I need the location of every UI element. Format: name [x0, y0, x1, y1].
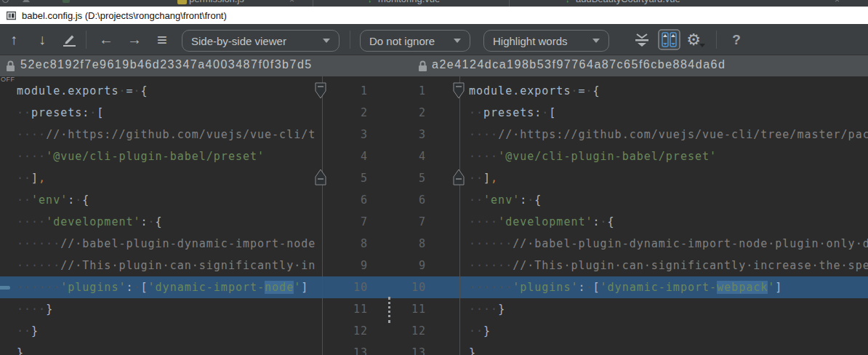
code-segment: [ [141, 281, 148, 294]
code-line[interactable]: ····'@vue/cli-plugin-babel/preset' [460, 145, 868, 167]
toolbar-separator [716, 31, 717, 49]
code-segment: 'env' [483, 194, 520, 207]
code-line[interactable]: ····'development':·{ [460, 211, 868, 233]
chevron-down-icon [592, 39, 600, 43]
code-segment: · [600, 215, 608, 228]
next-change-button[interactable]: ↓ [33, 24, 52, 55]
left-code-pane[interactable]: module.exports·=·{··presets:·[····//·htt… [0, 76, 322, 355]
window-title-bar: babel.config.js (D:\projects\rongchang\f… [0, 7, 868, 24]
code-segment: : [520, 194, 527, 207]
code-line[interactable]: ····//·https://github.com/vuejs/vue-cli/… [0, 124, 322, 145]
code-segment: · [89, 106, 97, 119]
collapse-unchanged-icon [633, 33, 651, 47]
code-segment: //·https://github.com/vuejs/vue-cli/tree… [498, 128, 868, 141]
highlight-mode-dropdown[interactable]: Highlight words [483, 30, 609, 52]
line-number: 1 [323, 80, 368, 102]
code-line[interactable]: ······//·This·plugin·can·significantly·i… [0, 255, 322, 276]
code-segment: · [134, 84, 141, 97]
code-line[interactable]: } [460, 342, 868, 355]
code-segment: ·· [17, 172, 31, 185]
code-line[interactable]: ··], [460, 167, 868, 189]
tab-monitoring-vue[interactable]: monitoring.vue [378, 0, 440, 4]
changed-word: node [265, 281, 294, 294]
code-segment: ] [301, 281, 308, 294]
code-segment: ' [294, 281, 301, 294]
fold-region-start-icon[interactable] [453, 82, 465, 100]
settings-button[interactable]: ⚙ [684, 24, 709, 55]
back-button[interactable]: ← [96, 24, 116, 55]
change-gutter-marker [0, 286, 10, 290]
fold-region-start-icon[interactable] [315, 82, 326, 100]
code-segment: { [534, 194, 542, 207]
code-segment: ···· [469, 303, 498, 316]
code-line[interactable]: ··presets:·[ [0, 102, 322, 124]
code-line[interactable]: ··], [0, 167, 322, 189]
code-segment: ···· [469, 215, 498, 228]
line-number: 9 [323, 255, 368, 276]
line-number: 4 [381, 145, 426, 167]
code-segment: { [156, 215, 163, 228]
code-segment: module.exports [469, 84, 571, 97]
code-segment: 'plugins' [60, 281, 126, 294]
viewer-mode-dropdown[interactable]: Side-by-side viewer [182, 30, 339, 52]
code-line[interactable]: ······//·babel-plugin-dynamic-import-nod… [0, 233, 322, 255]
code-segment: 'dynamic-import- [148, 281, 265, 294]
sync-scroll-toggle[interactable] [656, 24, 681, 55]
code-segment: ·· [469, 106, 483, 119]
forward-button[interactable]: → [124, 24, 145, 55]
menu-icon[interactable]: ≡ [152, 24, 172, 55]
code-segment: · [134, 281, 141, 294]
code-line[interactable]: ··'env':·{ [460, 189, 868, 211]
line-number: 3 [381, 124, 426, 145]
close-icon[interactable]: × [835, 0, 840, 5]
code-segment: { [593, 84, 600, 97]
code-segment: : [593, 215, 600, 228]
code-line[interactable]: ··} [460, 320, 868, 342]
line-number: 3 [323, 124, 368, 145]
code-line[interactable]: ······'plugins':·['dynamic-import-node'] [0, 276, 322, 298]
code-segment: ] [775, 281, 782, 294]
js-file-icon [177, 0, 187, 4]
code-line[interactable]: ··presets:·[ [460, 102, 868, 124]
whitespace-ignore-dropdown[interactable]: Do not ignore [360, 30, 470, 52]
previous-change-button[interactable]: ↑ [4, 24, 23, 55]
code-segment: ···· [17, 150, 46, 163]
tab-addbeautycourtyard-vue[interactable]: addBeautyCourtyard.vue [576, 0, 680, 4]
chevron-down-icon [323, 39, 330, 43]
collapse-unchanged-button[interactable] [631, 24, 653, 55]
fold-region-end-icon[interactable] [453, 168, 465, 186]
code-line[interactable]: ····} [460, 298, 868, 320]
code-segment: { [141, 84, 148, 97]
highlight-mode-label: Highlight words [493, 35, 568, 47]
code-line[interactable]: ····'development':·{ [0, 211, 322, 233]
code-line[interactable]: ··} [0, 320, 322, 342]
code-segment: module.exports [17, 84, 118, 97]
code-line[interactable]: ······//·babel-plugin-dynamic-import-nod… [460, 233, 868, 255]
code-line[interactable]: ····} [0, 298, 322, 320]
code-segment: 'plugins' [513, 281, 578, 294]
code-line[interactable]: ······'plugins':·['dynamic-import-webpac… [460, 276, 868, 298]
code-segment: ······ [17, 237, 60, 250]
code-line[interactable]: module.exports·=·{ [460, 80, 868, 102]
line-number: 7 [323, 211, 368, 233]
code-line[interactable]: module.exports·=·{ [0, 80, 322, 102]
code-segment: ······ [17, 259, 60, 272]
code-segment: ···· [17, 128, 46, 141]
code-line[interactable]: ······//·This·plugin·can·significantly·i… [460, 255, 868, 276]
help-button[interactable]: ? [726, 24, 747, 55]
fold-region-end-icon[interactable] [315, 168, 326, 186]
line-number: 9 [381, 255, 426, 276]
code-segment: //·babel-plugin-dynamic-import-node [60, 237, 316, 250]
code-segment: · [586, 84, 593, 97]
edit-source-button[interactable] [58, 24, 80, 55]
code-line[interactable]: ····'@vue/cli-plugin-babel/preset' [0, 145, 322, 167]
close-icon[interactable]: × [289, 0, 294, 5]
left-line-numbers: 12345678910111213 [323, 76, 368, 355]
code-line[interactable]: ··'env':·{ [0, 189, 322, 211]
line-number: 4 [323, 145, 368, 167]
code-line[interactable]: } [0, 342, 322, 355]
code-line[interactable]: ····//·https://github.com/vuejs/vue-cli/… [460, 124, 868, 145]
right-code-pane[interactable]: module.exports·=·{··presets:·[····//·htt… [460, 76, 868, 355]
tab-permission-js[interactable]: permission.js [189, 0, 244, 4]
chevron-down-icon [454, 39, 461, 43]
